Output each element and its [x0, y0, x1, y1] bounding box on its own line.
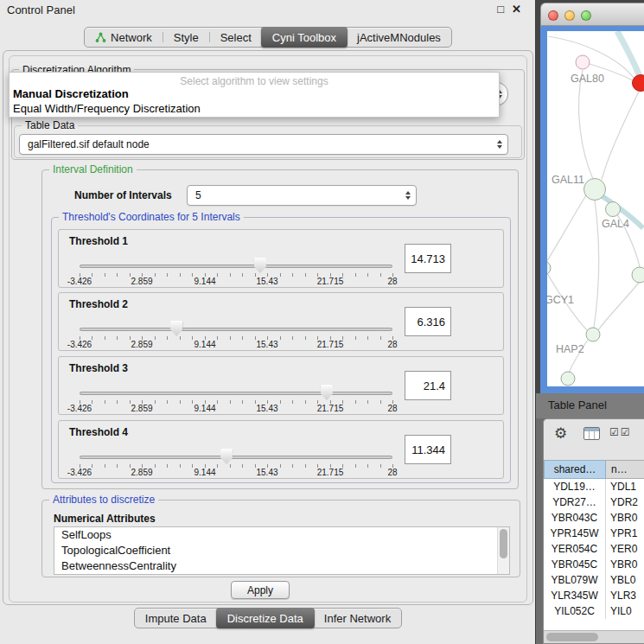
cell[interactable]: YIL0 [606, 603, 644, 619]
slider-thumb[interactable] [321, 385, 333, 400]
tab-jactivemnodules[interactable]: jActiveMNodules [347, 28, 451, 47]
list-item[interactable]: TopologicalCoefficient [54, 543, 509, 558]
threshold-3-value-field[interactable] [405, 371, 451, 400]
table-row[interactable]: YIL052CYIL0 [544, 603, 644, 619]
threshold-1-slider[interactable] [80, 261, 392, 271]
cell[interactable]: YDR27… [544, 494, 606, 510]
cell[interactable]: YBR0 [606, 557, 644, 572]
table-row[interactable]: YPR145WYPR1 [544, 526, 644, 541]
scale-label: 2.859 [131, 468, 152, 477]
tab-label: Network [111, 31, 152, 44]
threshold-2-value-field[interactable] [405, 307, 451, 336]
dropdown-placeholder: Select algorithm to view settings [10, 75, 499, 87]
threshold-4-slider[interactable] [80, 452, 392, 462]
node-gal11[interactable] [584, 179, 606, 201]
list-item[interactable]: SelfLoops [54, 527, 509, 543]
node-label: GAL80 [571, 73, 604, 85]
table-row[interactable]: YBL079WYBL0 [544, 572, 644, 588]
tab-infer-network[interactable]: Infer Network [314, 609, 401, 628]
node-selected-red[interactable] [633, 75, 644, 92]
cell[interactable]: YBR043C [544, 510, 606, 526]
cell[interactable]: YLR345W [544, 588, 606, 603]
cell[interactable]: YPR1 [606, 526, 644, 541]
table-row[interactable]: YBR045CYBR0 [544, 557, 644, 572]
minimize-window-icon[interactable] [564, 10, 575, 21]
scale-label: -3.426 [67, 277, 92, 286]
node[interactable] [561, 372, 575, 386]
tab-select[interactable]: Select [210, 28, 262, 47]
cell[interactable]: YER0 [606, 541, 644, 557]
table-row[interactable]: YDL19…YDL1 [544, 479, 644, 494]
scrollbar-thumb[interactable] [500, 529, 507, 558]
attributes-list[interactable]: SelfLoops TopologicalCoefficient Between… [54, 526, 510, 575]
slider-track[interactable] [80, 392, 392, 395]
table-row[interactable]: YDR27…YDR2 [544, 494, 644, 510]
node-gal4[interactable] [606, 202, 621, 217]
table-row[interactable]: YBR043CYBR0 [544, 510, 644, 526]
slider-track[interactable] [80, 328, 392, 331]
close-panel-icon[interactable]: ✕ [512, 3, 521, 16]
threshold-1-value-field[interactable] [405, 244, 451, 273]
cell[interactable]: YLR3 [606, 588, 644, 603]
threshold-2-slider[interactable] [80, 324, 392, 335]
num-intervals-combo[interactable]: 5 [187, 185, 417, 206]
window-title: Control Panel [7, 3, 75, 16]
column-header-shared-name[interactable]: shared… [544, 460, 606, 479]
node[interactable] [632, 267, 644, 283]
slider-thumb[interactable] [254, 258, 266, 273]
cell[interactable]: YDL19… [544, 479, 606, 494]
cell[interactable]: YBL0 [606, 572, 644, 588]
scale-label: 28 [387, 277, 397, 286]
apply-button[interactable]: Apply [231, 581, 290, 599]
scrollbar-thumb[interactable] [546, 633, 598, 641]
slider-track[interactable] [80, 456, 392, 459]
dropdown-option-manual-discretization[interactable]: Manual Discretization [13, 87, 129, 100]
cell[interactable]: YBL079W [544, 572, 606, 588]
scale-label: 21.715 [317, 404, 344, 413]
tab-discretize-data[interactable]: Discretize Data [216, 608, 315, 628]
horizontal-scrollbar[interactable] [544, 630, 644, 643]
table-data-combo[interactable]: galFiltered.sif default node [19, 134, 508, 155]
scale-label: -3.426 [67, 404, 92, 413]
node-label: GAL4 [602, 218, 629, 230]
cell[interactable]: YBR0 [606, 510, 644, 526]
network-window-titlebar[interactable] [540, 3, 644, 26]
table-row[interactable]: YLR345WYLR3 [544, 588, 644, 603]
interval-definition-group: Interval Definition Number of Intervals … [41, 169, 519, 489]
cell[interactable]: YDR2 [606, 494, 644, 510]
scale-label: 21.715 [317, 340, 344, 349]
table-row[interactable]: YER054CYER0 [544, 541, 644, 557]
slider-thumb[interactable] [170, 321, 182, 336]
threshold-3-slider[interactable] [80, 388, 392, 399]
threshold-4-label: Threshold 4 [69, 426, 128, 438]
slider-thumb[interactable] [220, 449, 233, 464]
tab-cyni-toolbox[interactable]: Cyni Toolbox [261, 27, 348, 48]
threshold-4-value-field[interactable] [405, 435, 451, 464]
checkbox-icons[interactable]: ☑☑ [609, 426, 632, 438]
close-window-icon[interactable] [548, 10, 558, 21]
threshold-2-label: Threshold 2 [69, 298, 128, 310]
zoom-window-icon[interactable] [581, 10, 591, 21]
tab-style[interactable]: Style [163, 28, 209, 47]
node-hap2[interactable] [586, 328, 600, 341]
scale-label: 28 [387, 404, 397, 413]
cell[interactable]: YPR145W [544, 526, 606, 541]
list-item[interactable]: BetweennessCentrality [54, 558, 509, 574]
network-canvas[interactable]: GAL80 GAL11 GAL4 GCY1 HAP2 [547, 31, 644, 386]
cell[interactable]: YDL1 [606, 479, 644, 494]
tab-network[interactable]: Network [85, 28, 163, 47]
float-window-icon[interactable]: □ [497, 3, 504, 16]
dropdown-option-equal-width-frequency[interactable]: Equal Width/Frequency Discretization [13, 102, 201, 115]
scale-label: 21.715 [317, 277, 344, 286]
column-header-name[interactable]: n… [606, 460, 644, 479]
cell[interactable]: YBR045C [544, 557, 606, 572]
node-gal80[interactable] [576, 55, 590, 69]
columns-icon[interactable] [583, 427, 600, 440]
vertical-scrollbar[interactable] [497, 527, 509, 574]
cell[interactable]: YIL052C [544, 603, 606, 619]
gear-icon[interactable]: ⚙ [554, 424, 567, 443]
slider-track[interactable] [80, 265, 392, 268]
cell[interactable]: YER054C [544, 541, 606, 557]
tab-impute-data[interactable]: Impute Data [135, 609, 217, 628]
node[interactable] [547, 261, 551, 275]
